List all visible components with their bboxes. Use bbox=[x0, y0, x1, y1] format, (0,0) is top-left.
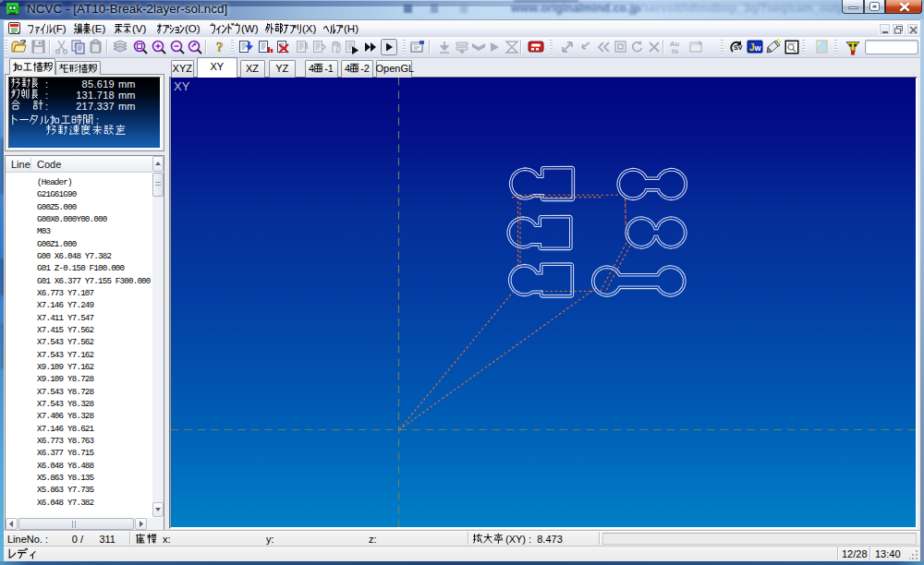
svg-text:XY: XY bbox=[174, 79, 190, 93]
svg-text:w: w bbox=[754, 43, 762, 53]
svg-text:SV: SV bbox=[734, 44, 743, 51]
svg-text:?: ? bbox=[216, 40, 224, 54]
svg-text:to: to bbox=[672, 47, 678, 55]
